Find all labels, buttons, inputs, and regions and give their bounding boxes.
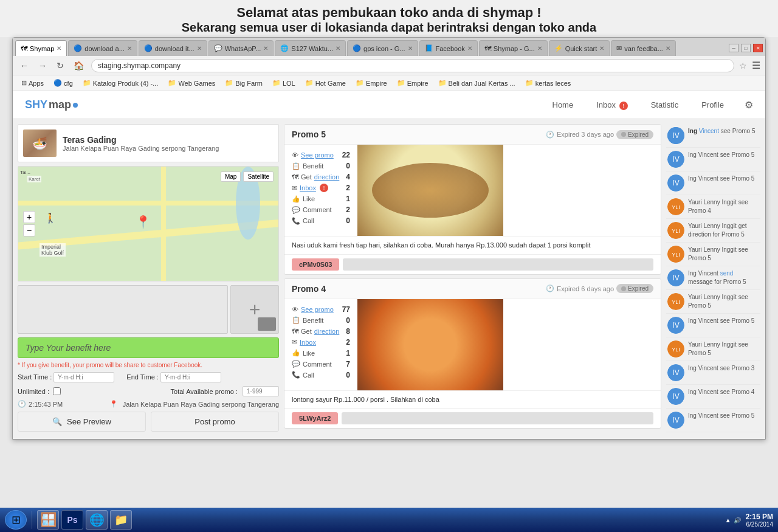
minimize-button[interactable]: ─ xyxy=(729,44,738,52)
see-promo-link[interactable]: See promo xyxy=(301,151,334,159)
settings-gear-icon[interactable]: ⚙ xyxy=(745,99,753,111)
end-time-input[interactable] xyxy=(160,372,221,382)
tab-label: van feedba... xyxy=(624,45,663,52)
maximize-button[interactable]: □ xyxy=(741,44,751,52)
avatar: IV xyxy=(667,174,684,192)
promo4-action-button[interactable] xyxy=(342,412,653,424)
close-icon[interactable]: ✕ xyxy=(599,45,604,52)
nav-home[interactable]: Home xyxy=(550,95,576,114)
forward-button[interactable]: → xyxy=(36,60,49,72)
tab-s127[interactable]: 🌐 S127 Waktu... ✕ xyxy=(275,40,346,56)
tab-download2[interactable]: 🔵 download it... ✕ xyxy=(139,40,207,56)
url-input[interactable]: staging.shymap.company xyxy=(91,59,734,72)
see-promo-link[interactable]: See promo xyxy=(301,306,334,313)
tab-shymap2[interactable]: 🗺 Shymap - G... ✕ xyxy=(479,40,548,56)
tab-label: S127 Waktu... xyxy=(291,45,333,52)
bookmark-lol[interactable]: 📁 LOL xyxy=(269,78,299,88)
taskbar-right: ▲ 🔊 2:15 PM 6/25/2014 xyxy=(725,513,773,528)
inbox-link[interactable]: Inbox xyxy=(300,184,316,192)
benefit-input[interactable]: Type Your benefit here xyxy=(18,337,279,358)
map-button[interactable]: Map xyxy=(221,171,241,182)
promo4-title: Promo 4 xyxy=(292,284,326,294)
tab-label: Shymap xyxy=(30,45,54,52)
svg-text:IV: IV xyxy=(672,368,679,377)
taskbar-app-explorer[interactable]: 📁 xyxy=(110,510,132,530)
close-icon[interactable]: ✕ xyxy=(336,45,340,52)
taskbar-app-chrome[interactable]: 🌐 xyxy=(86,510,108,530)
nav-profile[interactable]: Profile xyxy=(699,95,726,114)
inbox-label-stat: ✉ Inbox ! xyxy=(292,184,328,192)
close-icon[interactable]: ✕ xyxy=(263,45,268,52)
nav-inbox[interactable]: Inbox ! xyxy=(594,95,630,115)
tab-shymap[interactable]: 🗺 Shymap ✕ xyxy=(15,40,67,56)
photo-add-button[interactable]: + xyxy=(230,285,279,334)
close-window-button[interactable]: ✕ xyxy=(753,44,763,52)
map-container[interactable]: 📍 🚶 ImperialKlub Golf Karet Tai... Map S… xyxy=(18,166,279,282)
bookmark-beli[interactable]: 📁 Beli dan Jual Kertas ... xyxy=(435,78,519,88)
tab-label: Facebook xyxy=(436,45,465,52)
unlimited-checkbox[interactable] xyxy=(53,387,61,395)
nav-statistic[interactable]: Statistic xyxy=(649,95,681,114)
tab-whatsapp[interactable]: 💬 WhatsApP... ✕ xyxy=(208,40,274,56)
bookmark-katalog[interactable]: 📁 Katalog Produk (4) -... xyxy=(79,78,162,88)
promo5-action-button[interactable] xyxy=(343,258,653,271)
tab-download1[interactable]: 🔵 download a... ✕ xyxy=(68,40,137,56)
svg-text:IV: IV xyxy=(672,155,679,164)
post-promo-button[interactable]: Post promo xyxy=(151,412,279,432)
tab-close-shymap[interactable]: ✕ xyxy=(57,45,61,52)
unlimited-left: Unlimited : xyxy=(18,387,61,395)
close-icon[interactable]: ✕ xyxy=(537,45,542,52)
tab-bar: 🗺 Shymap ✕ 🔵 download a... ✕ 🔵 download … xyxy=(13,38,765,56)
start-time-input[interactable] xyxy=(53,372,114,382)
folder-icon: 📁 xyxy=(305,79,314,87)
see-preview-button[interactable]: 🔍 See Preview xyxy=(18,412,146,432)
send-link[interactable]: send xyxy=(720,270,734,277)
taskbar-app-windows[interactable]: 🪟 xyxy=(37,510,59,530)
close-icon[interactable]: ✕ xyxy=(467,45,472,52)
satellite-button[interactable]: Satellite xyxy=(243,171,274,182)
home-nav-button[interactable]: 🏠 xyxy=(71,60,86,72)
bookmark-label: Empire xyxy=(366,80,387,87)
bookmark-webgames[interactable]: 📁 Web Games xyxy=(164,78,219,88)
zoom-in-button[interactable]: + xyxy=(23,211,35,223)
bookmark-cfg[interactable]: 🔵 cfg xyxy=(50,78,77,88)
bookmark-star-icon[interactable]: ☆ xyxy=(739,61,747,71)
svg-text:IV: IV xyxy=(672,416,679,424)
bookmark-empire1[interactable]: 📁 Empire xyxy=(352,78,391,88)
promo5-code-button[interactable]: cPMv0S03 xyxy=(292,258,339,271)
refresh-button[interactable]: ↻ xyxy=(54,60,66,72)
map-label-karet: Karet xyxy=(27,176,41,182)
like-icon: 👍 xyxy=(292,195,300,203)
close-icon[interactable]: ✕ xyxy=(197,45,202,52)
bookmark-apps[interactable]: ⊞ Apps xyxy=(18,78,47,88)
tab-quickstart[interactable]: ⚡ Quick start ✕ xyxy=(549,40,610,56)
promo4-expired-badge: Expired xyxy=(616,284,653,293)
close-icon[interactable]: ✕ xyxy=(127,45,132,52)
bookmark-kertas[interactable]: 📁 kertas leces xyxy=(522,78,575,88)
total-available-input[interactable] xyxy=(243,386,279,396)
stat-call: 📞 Call 0 xyxy=(292,370,350,381)
promo4-stats: 👁 See promo 77 📋 Benefit 0 xyxy=(284,299,357,390)
activity-text: Yauri Lenny Inggit see Promo 5 xyxy=(688,246,759,263)
zoom-out-button[interactable]: − xyxy=(23,224,35,237)
start-button[interactable]: ⊞ xyxy=(5,510,27,530)
bookmark-hotgame[interactable]: 📁 Hot Game xyxy=(301,78,349,88)
tab-facebook[interactable]: 📘 Facebook ✕ xyxy=(419,40,478,56)
tab-gps[interactable]: 🔵 gps icon - G... ✕ xyxy=(347,40,418,56)
promo4-code-button[interactable]: 5LWyArz2 xyxy=(292,412,338,424)
back-button[interactable]: ← xyxy=(18,60,31,72)
direction-link[interactable]: direction xyxy=(314,328,340,335)
tab-vanfeedback[interactable]: ✉ van feedba... ✕ xyxy=(611,40,676,56)
photo-upload-area[interactable] xyxy=(18,285,228,334)
user-link[interactable]: Vincent xyxy=(699,128,719,134)
close-icon[interactable]: ✕ xyxy=(666,45,670,52)
direction-link[interactable]: direction xyxy=(314,173,340,181)
close-icon[interactable]: ✕ xyxy=(408,45,413,52)
bookmark-empire2[interactable]: 📁 Empire xyxy=(393,78,432,88)
inbox-link[interactable]: Inbox xyxy=(300,339,316,346)
bookmark-bigfarm[interactable]: 📁 Big Farm xyxy=(221,78,266,88)
tab-label: WhatsApP... xyxy=(225,45,261,52)
taskbar-app-photoshop[interactable]: Ps xyxy=(61,510,83,530)
browser-menu-icon[interactable]: ☰ xyxy=(752,60,760,71)
inbox-icon: ✉ xyxy=(292,184,297,192)
